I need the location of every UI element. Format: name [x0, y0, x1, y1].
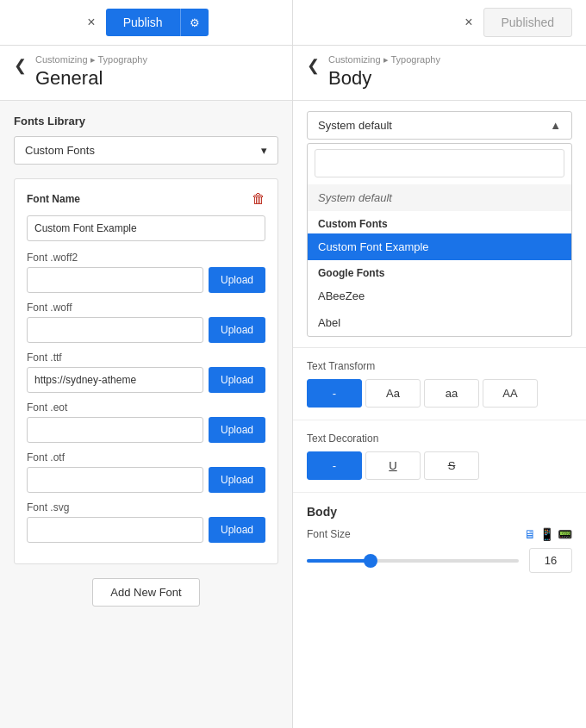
font-eot-row: Font .eot Upload: [27, 401, 265, 443]
left-header-content: Customizing ▸ Typography General: [35, 54, 147, 90]
font-ttf-group: Upload: [27, 367, 265, 393]
fonts-library-dropdown[interactable]: Custom Fonts ▾: [14, 136, 278, 165]
left-close-button[interactable]: ×: [84, 11, 98, 34]
font-size-slider-track[interactable]: [307, 559, 519, 563]
font-svg-input[interactable]: [27, 517, 203, 543]
text-decoration-group: - U S: [307, 451, 572, 480]
arrow-up-icon: ▲: [550, 119, 561, 132]
gear-button[interactable]: ⚙: [180, 9, 209, 36]
font-dropdown-open: System default Custom Fonts Custom Font …: [307, 143, 572, 337]
right-close-button[interactable]: ×: [461, 11, 476, 34]
font-search-input[interactable]: [315, 149, 564, 177]
upload-eot-button[interactable]: Upload: [209, 417, 265, 443]
font-selector-area: System default ▲ System default Custom F…: [293, 101, 586, 348]
font-woff-input[interactable]: [27, 317, 203, 343]
font-option-system-default[interactable]: System default: [308, 184, 571, 211]
font-svg-label: Font .svg: [27, 501, 265, 513]
top-bar: × Publish ⚙ × Published: [0, 0, 586, 46]
text-decoration-none-button[interactable]: -: [307, 451, 362, 480]
tablet-icon[interactable]: 📱: [539, 527, 554, 541]
font-otf-input[interactable]: [27, 467, 203, 493]
upload-woff2-button[interactable]: Upload: [209, 267, 265, 293]
text-transform-group: - Aa aa AA: [307, 379, 572, 408]
font-woff-group: Upload: [27, 317, 265, 343]
panels: ❮ Customizing ▸ Typography General Fonts…: [0, 46, 586, 728]
body-section-title: Body: [307, 505, 572, 519]
font-selector-trigger[interactable]: System default ▲: [307, 111, 572, 140]
font-woff-label: Font .woff: [27, 302, 265, 314]
font-woff-row: Font .woff Upload: [27, 302, 265, 343]
right-panel: ❮ Customizing ▸ Typography Body System d…: [293, 46, 586, 728]
font-name-label: Font Name: [27, 193, 80, 205]
text-transform-capitalize-button[interactable]: Aa: [365, 379, 421, 408]
right-panel-title: Body: [328, 67, 440, 90]
fonts-library-section: Fonts Library Custom Fonts ▾: [0, 101, 292, 178]
font-otf-group: Upload: [27, 467, 265, 493]
upload-otf-button[interactable]: Upload: [209, 467, 265, 493]
font-woff2-row: Font .woff2 Upload: [27, 252, 265, 293]
text-transform-lowercase-button[interactable]: aa: [424, 379, 479, 408]
chevron-down-icon: ▾: [261, 144, 267, 157]
font-eot-group: Upload: [27, 417, 265, 443]
device-icons: 🖥 📱 📟: [524, 527, 572, 541]
font-eot-label: Font .eot: [27, 401, 265, 414]
font-group-custom-fonts-label: Custom Fonts: [308, 211, 571, 233]
font-size-text: Font Size: [307, 528, 351, 540]
left-back-button[interactable]: ❮: [14, 58, 27, 73]
text-decoration-strikethrough-button[interactable]: S: [424, 451, 479, 480]
font-size-slider-fill: [307, 559, 371, 563]
text-decoration-underline-button[interactable]: U: [365, 451, 421, 480]
body-section: Body Font Size 🖥 📱 📟 16: [293, 493, 586, 585]
text-decoration-section: Text Decoration - U S: [293, 420, 586, 493]
delete-icon[interactable]: 🗑: [252, 191, 265, 207]
font-otf-label: Font .otf: [27, 451, 265, 464]
add-new-font-button[interactable]: Add New Font: [92, 578, 199, 607]
text-transform-uppercase-button[interactable]: AA: [483, 379, 538, 408]
font-selector-value: System default: [318, 119, 392, 132]
left-panel-header: ❮ Customizing ▸ Typography General: [0, 46, 292, 101]
font-size-label: Font Size 🖥 📱 📟: [307, 527, 572, 541]
text-decoration-label: Text Decoration: [307, 432, 572, 445]
font-woff2-input[interactable]: [27, 267, 203, 293]
right-header-content: Customizing ▸ Typography Body: [328, 54, 440, 90]
font-name-input[interactable]: [27, 215, 265, 241]
font-svg-group: Upload: [27, 517, 265, 543]
font-ttf-row: Font .ttf Upload: [27, 352, 265, 393]
mobile-icon[interactable]: 📟: [558, 527, 572, 541]
font-ttf-input[interactable]: [27, 367, 203, 393]
right-panel-header: ❮ Customizing ▸ Typography Body: [293, 46, 586, 101]
font-card-header: Font Name 🗑: [27, 191, 265, 207]
font-eot-input[interactable]: [27, 417, 203, 443]
fonts-library-title: Fonts Library: [14, 115, 278, 128]
font-size-slider-row: 16: [307, 548, 572, 573]
font-size-slider-thumb[interactable]: [364, 554, 377, 568]
font-woff2-group: Upload: [27, 267, 265, 293]
font-ttf-label: Font .ttf: [27, 352, 265, 364]
font-svg-row: Font .svg Upload: [27, 501, 265, 543]
published-button: Published: [483, 8, 573, 37]
font-woff2-label: Font .woff2: [27, 252, 265, 264]
upload-svg-button[interactable]: Upload: [209, 517, 265, 543]
right-back-button[interactable]: ❮: [307, 58, 320, 73]
font-option-abeezee[interactable]: ABeeZee: [308, 283, 571, 309]
upload-woff-button[interactable]: Upload: [209, 317, 265, 343]
font-size-value: 16: [529, 548, 572, 573]
text-transform-section: Text Transform - Aa aa AA: [293, 348, 586, 420]
font-option-abel[interactable]: Abel: [308, 309, 571, 336]
left-panel: ❮ Customizing ▸ Typography General Fonts…: [0, 46, 293, 728]
font-card: Font Name 🗑 Font .woff2 Upload Font .wof…: [14, 178, 278, 564]
publish-button[interactable]: Publish: [106, 9, 180, 36]
top-bar-left: × Publish ⚙: [0, 0, 293, 45]
left-breadcrumb: Customizing ▸ Typography: [35, 54, 147, 65]
fonts-library-dropdown-value: Custom Fonts: [25, 144, 95, 157]
text-transform-none-button[interactable]: -: [307, 379, 362, 408]
font-group-google-fonts-label: Google Fonts: [308, 260, 571, 283]
text-transform-label: Text Transform: [307, 360, 572, 372]
font-option-custom-font-example[interactable]: Custom Font Example: [308, 233, 571, 260]
right-breadcrumb: Customizing ▸ Typography: [328, 54, 440, 65]
desktop-icon[interactable]: 🖥: [524, 527, 536, 541]
font-otf-row: Font .otf Upload: [27, 451, 265, 493]
top-bar-right: × Published: [293, 0, 586, 45]
upload-ttf-button[interactable]: Upload: [209, 367, 265, 393]
left-panel-title: General: [35, 67, 147, 90]
